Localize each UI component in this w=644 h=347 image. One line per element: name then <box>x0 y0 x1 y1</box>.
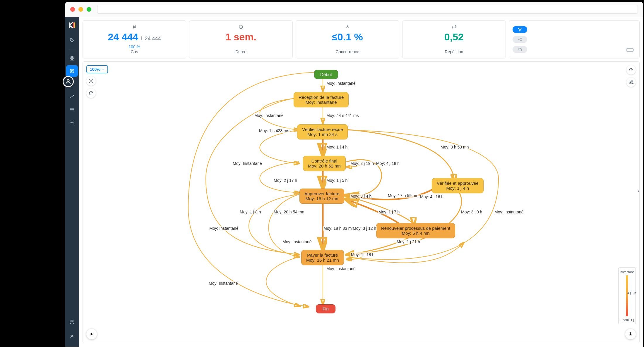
cases-value: 24 444 <box>108 31 138 43</box>
share-button[interactable] <box>513 36 527 43</box>
repeat-icon <box>452 24 456 30</box>
edge-label: Moy: 3 j 12 h <box>352 226 377 231</box>
edge-label: Moy: 1 s 428 ms <box>258 128 290 133</box>
svg-rect-5 <box>70 69 74 73</box>
sidebar-item-settings[interactable] <box>66 117 78 128</box>
avatar[interactable] <box>63 76 74 87</box>
canvas[interactable]: 100% <box>83 61 640 343</box>
svg-point-10 <box>518 39 519 40</box>
cases-label: Cas <box>131 49 138 54</box>
legend-top: Instantané <box>619 270 634 274</box>
sidebar-item-list[interactable] <box>66 104 78 115</box>
svg-point-11 <box>521 38 522 39</box>
svg-point-6 <box>73 95 74 96</box>
edge-label: Moy: 20 h 54 mn <box>273 210 305 214</box>
node-label: Renouveler processus de paiement <box>381 226 450 231</box>
edge-label: Moy: 1 j 5 h <box>326 178 348 183</box>
sidebar-item-variants[interactable] <box>66 91 78 103</box>
edge-label: Moy: 17 h 59 mn <box>387 193 419 198</box>
sidebar-item-process[interactable] <box>66 65 78 77</box>
zoom-select[interactable]: 100% <box>86 65 108 73</box>
metric-card-duration[interactable]: 1 sem. Durée <box>189 20 293 58</box>
svg-rect-4 <box>73 59 74 60</box>
legend-gradient <box>626 275 628 316</box>
metric-card-concurrency[interactable]: ≤0.1 % Concurrence <box>296 20 399 58</box>
cases-divider: / <box>141 34 142 42</box>
node-label: Approuver facture <box>304 191 339 196</box>
node-sublabel: Moy: 5 h 4 mn <box>381 231 450 236</box>
address-bar[interactable] <box>97 5 638 14</box>
edge-label: Moy: Instantané <box>208 281 239 286</box>
chevron-down-icon <box>102 68 105 71</box>
center-view-button[interactable] <box>86 76 96 86</box>
node-renouveler[interactable]: Renouveler processus de paiementMoy: 5 h… <box>376 223 455 238</box>
svg-point-17 <box>630 82 631 83</box>
metric-card-repetition[interactable]: 0,52 Répétition <box>402 20 506 58</box>
play-button[interactable] <box>86 329 97 339</box>
maximize-window-icon[interactable] <box>87 7 91 12</box>
svg-point-0 <box>71 39 71 39</box>
concurrency-value: ≤0.1 % <box>332 31 363 43</box>
titlebar <box>65 2 643 17</box>
filters-card <box>509 20 640 58</box>
edge-label: Moy: 3 j 9 h <box>460 210 483 214</box>
app-logo[interactable] <box>68 21 76 29</box>
node-reception[interactable]: Réception de la factureMoy: Instantané <box>294 92 349 107</box>
svg-rect-13 <box>519 49 521 51</box>
node-sublabel: Moy: 1 j 4 h <box>437 186 479 191</box>
cases-percent: 100 % <box>129 44 140 49</box>
rotate-button[interactable] <box>86 89 96 98</box>
minimize-window-icon[interactable] <box>78 7 83 12</box>
node-label: Réception de la facture <box>299 95 344 100</box>
svg-point-7 <box>71 122 73 123</box>
node-approuver[interactable]: Approuver factureMoy: 16 h 12 mn <box>299 189 344 204</box>
metrics-row: 24 444 / 24 444 100 % Cas 1 sem. Durée ≤… <box>79 17 643 58</box>
node-start[interactable]: Début <box>314 70 338 79</box>
node-verifier[interactable]: Vérifier facture reçueMoy: 1 mn 24 s <box>297 124 348 139</box>
close-window-icon[interactable] <box>70 7 75 12</box>
edge-label: Moy: 1 j 21 h <box>396 239 421 244</box>
node-sublabel: Moy: 1 mn 24 s <box>302 132 343 137</box>
node-verifiee[interactable]: Vérifiée et approuvéeMoy: 1 j 4 h <box>432 178 484 193</box>
sidebar-item-tag[interactable] <box>66 34 78 46</box>
collapse-panel-icon[interactable]: « <box>636 184 640 196</box>
clock-icon <box>239 24 243 30</box>
svg-rect-3 <box>70 59 71 60</box>
sidebar-item-grid[interactable] <box>66 52 78 64</box>
edge-label: Moy: Instantané <box>232 161 263 166</box>
copy-button[interactable] <box>513 46 527 53</box>
node-start-label: Début <box>320 72 332 77</box>
browser-window: 24 444 / 24 444 100 % Cas 1 sem. Durée ≤… <box>65 2 643 347</box>
edge-label: Moy: 3 h 53 mn <box>440 145 470 149</box>
duration-label: Durée <box>235 49 246 54</box>
edge-label: Moy: 1 j 4 h <box>326 145 348 149</box>
node-payer[interactable]: Payer la factureMoy: 16 h 21 mn <box>301 250 344 265</box>
svg-point-16 <box>632 81 633 82</box>
node-end[interactable]: Fin <box>316 304 335 313</box>
process-graph: Début Réception de la factureMoy: Instan… <box>83 62 639 343</box>
cases-total: 24 444 <box>145 36 161 42</box>
filter-button[interactable] <box>513 26 527 33</box>
sliders-button[interactable] <box>626 77 636 87</box>
node-end-label: Fin <box>323 306 329 311</box>
node-label: Payer la facture <box>307 253 338 258</box>
edge-label: Moy: 4 j 16 h <box>419 194 444 199</box>
svg-rect-14 <box>627 49 633 51</box>
sidebar-separator <box>68 49 76 49</box>
download-button[interactable] <box>625 329 636 339</box>
metric-card-cases[interactable]: 24 444 / 24 444 100 % Cas <box>83 20 186 58</box>
canvas-toolbox-left: 100% <box>86 65 108 98</box>
edge-label: Moy: Instantané <box>282 239 312 244</box>
repetition-label: Répétition <box>445 49 463 54</box>
edge-label: Moy: 1 j 7 h <box>378 210 400 214</box>
edge-label: Moy: 4 j 18 h <box>376 161 400 166</box>
edge-label: Moy: Instantané <box>494 210 524 214</box>
node-controle[interactable]: Contrôle finalMoy: 20 h 52 mn <box>303 156 346 171</box>
concurrency-label: Concurrence <box>336 49 359 54</box>
edge-label: Moy: 3 j 4 h <box>350 194 372 198</box>
speed-button[interactable] <box>626 65 636 75</box>
edge-label: Moy: 3 j 19 h <box>350 161 374 166</box>
sidebar-expand-icon[interactable] <box>66 330 78 342</box>
sidebar-item-help[interactable] <box>66 316 78 328</box>
zoom-value: 100% <box>90 67 100 72</box>
